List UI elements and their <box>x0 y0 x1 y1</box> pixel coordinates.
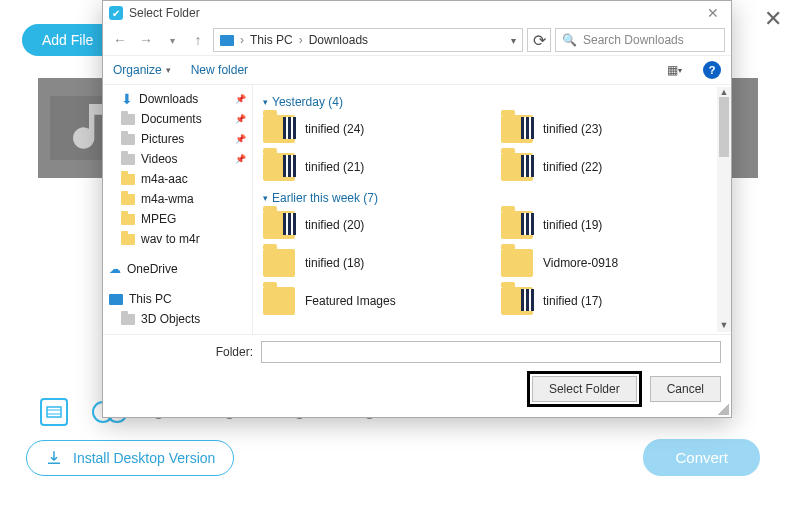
folder-name: tinified (20) <box>305 218 364 232</box>
chevron-down-icon[interactable]: ▾ <box>511 35 516 46</box>
folder-icon <box>121 134 135 145</box>
folder-item[interactable]: tinified (24) <box>263 115 483 143</box>
folder-name: Vidmore-0918 <box>543 256 618 270</box>
folder-icon <box>121 154 135 165</box>
view-options-icon[interactable]: ▦▾ <box>665 61 683 79</box>
resize-grip-icon[interactable] <box>717 403 729 415</box>
folder-item[interactable]: Vidmore-0918 <box>501 249 721 277</box>
group-header[interactable]: ▾Earlier this week (7) <box>263 191 721 205</box>
group-header[interactable]: ▾Yesterday (4) <box>263 95 721 109</box>
folder-label: Folder: <box>113 345 253 359</box>
folder-name: tinified (17) <box>543 294 602 308</box>
breadcrumb-child[interactable]: Downloads <box>309 33 368 47</box>
folder-icon <box>263 115 295 143</box>
new-folder-button[interactable]: New folder <box>191 63 248 77</box>
folder-name: tinified (22) <box>543 160 602 174</box>
folder-input[interactable] <box>261 341 721 363</box>
search-icon: 🔍 <box>562 33 577 47</box>
select-folder-button[interactable]: Select Folder <box>532 376 637 402</box>
search-input[interactable]: 🔍 Search Downloads <box>555 28 725 52</box>
folder-name: Featured Images <box>305 294 396 308</box>
folder-icon <box>501 287 533 315</box>
folder-icon <box>501 115 533 143</box>
folder-icon <box>121 234 135 245</box>
cancel-button[interactable]: Cancel <box>650 376 721 402</box>
monitor-icon <box>220 35 234 46</box>
folder-name: tinified (19) <box>543 218 602 232</box>
video-format-icon[interactable] <box>40 398 68 426</box>
svg-rect-1 <box>47 407 61 417</box>
pin-icon: 📌 <box>235 154 246 164</box>
folder-item[interactable]: tinified (20) <box>263 211 483 239</box>
app-icon: ✔ <box>109 6 123 20</box>
folder-icon <box>121 174 135 185</box>
tree-item[interactable]: MPEG <box>103 209 252 229</box>
folder-icon <box>501 249 533 277</box>
tree-item-thispc[interactable]: This PC <box>103 289 252 309</box>
convert-button[interactable]: Convert <box>643 439 760 476</box>
folder-name: tinified (23) <box>543 122 602 136</box>
nav-recent-icon[interactable]: ▾ <box>161 29 183 51</box>
folder-name: tinified (24) <box>305 122 364 136</box>
pin-icon: 📌 <box>235 114 246 124</box>
tree-item[interactable]: Desktop <box>103 329 252 334</box>
organize-menu[interactable]: Organize▾ <box>113 63 171 77</box>
nav-back-icon[interactable]: ← <box>109 29 131 51</box>
folder-icon <box>121 214 135 225</box>
monitor-icon <box>109 294 123 305</box>
folder-icon <box>121 194 135 205</box>
nav-up-icon[interactable]: ↑ <box>187 29 209 51</box>
folder-icon <box>263 211 295 239</box>
folder-name: tinified (18) <box>305 256 364 270</box>
app-close-icon[interactable]: ✕ <box>764 6 782 32</box>
tree-item[interactable]: Videos📌 <box>103 149 252 169</box>
chevron-down-icon: ▾ <box>263 97 268 107</box>
tree-item[interactable]: Documents📌 <box>103 109 252 129</box>
pin-icon: 📌 <box>235 134 246 144</box>
help-icon[interactable]: ? <box>703 61 721 79</box>
tree-item-onedrive[interactable]: ☁OneDrive <box>103 259 252 279</box>
tree-item[interactable]: ⬇Downloads📌 <box>103 89 252 109</box>
folder-name: tinified (21) <box>305 160 364 174</box>
folder-item[interactable]: tinified (19) <box>501 211 721 239</box>
folder-icon <box>501 211 533 239</box>
nav-forward-icon[interactable]: → <box>135 29 157 51</box>
refresh-icon[interactable]: ⟳ <box>527 28 551 52</box>
folder-item[interactable]: Featured Images <box>263 287 483 315</box>
close-icon[interactable]: ✕ <box>701 5 725 21</box>
file-list[interactable]: ▾Yesterday (4) tinified (24) tinified (2… <box>253 85 731 334</box>
tree-item[interactable]: m4a-wma <box>103 189 252 209</box>
select-folder-dialog: ✔ Select Folder ✕ ← → ▾ ↑ › This PC › Do… <box>102 0 732 418</box>
folder-icon <box>501 153 533 181</box>
folder-item[interactable]: tinified (18) <box>263 249 483 277</box>
scroll-thumb[interactable] <box>719 97 729 157</box>
desktop-icon <box>121 334 135 335</box>
download-icon: ⬇ <box>121 91 133 107</box>
folder-item[interactable]: tinified (23) <box>501 115 721 143</box>
folder-icon <box>263 287 295 315</box>
pin-icon: 📌 <box>235 94 246 104</box>
folder-icon <box>263 153 295 181</box>
add-file-button[interactable]: Add File <box>22 24 111 56</box>
breadcrumb-root[interactable]: This PC <box>250 33 293 47</box>
chevron-down-icon: ▾ <box>263 193 268 203</box>
folder-icon <box>121 114 135 125</box>
dialog-title: Select Folder <box>129 6 200 20</box>
scrollbar[interactable]: ▲ ▼ <box>717 87 731 332</box>
cloud-icon: ☁ <box>109 262 121 276</box>
folder-icon <box>121 314 135 325</box>
folder-item[interactable]: tinified (22) <box>501 153 721 181</box>
tree-item[interactable]: 3D Objects <box>103 309 252 329</box>
install-desktop-button[interactable]: Install Desktop Version <box>26 440 234 476</box>
folder-icon <box>263 249 295 277</box>
address-bar[interactable]: › This PC › Downloads ▾ <box>213 28 523 52</box>
tree-item[interactable]: Pictures📌 <box>103 129 252 149</box>
tree-item[interactable]: wav to m4r <box>103 229 252 249</box>
tree-item[interactable]: m4a-aac <box>103 169 252 189</box>
scroll-down-icon[interactable]: ▼ <box>717 320 731 332</box>
folder-item[interactable]: tinified (17) <box>501 287 721 315</box>
folder-item[interactable]: tinified (21) <box>263 153 483 181</box>
folder-tree[interactable]: ⬇Downloads📌Documents📌Pictures📌Videos📌m4a… <box>103 85 253 334</box>
